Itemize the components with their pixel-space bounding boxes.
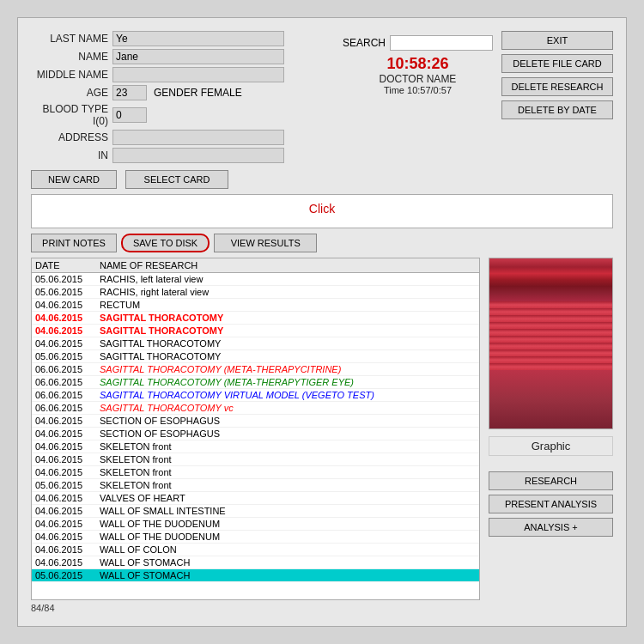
row-name: SECTION OF ESOPHAGUS (100, 416, 476, 426)
delete-research-button[interactable]: DELETE RESEARCH (501, 77, 613, 96)
table-row[interactable]: 04.06.2015WALL OF STOMACH (32, 556, 479, 569)
row-name: SKELETON front (100, 480, 476, 490)
table-row[interactable]: 04.06.2015SAGITTAL THORACOTOMY (32, 312, 479, 325)
row-name: RACHIS, left lateral view (100, 274, 476, 284)
row-date: 04.06.2015 (35, 338, 100, 349)
graphic-label: Graphic (489, 436, 613, 456)
search-input[interactable] (390, 35, 493, 51)
age-label: AGE (31, 87, 108, 99)
row-name: SAGITTAL THORACOTOMY (100, 313, 476, 323)
table-row[interactable]: 04.06.2015WALL OF THE DUODENUM (32, 518, 479, 531)
row-date: 05.06.2015 (35, 287, 100, 297)
right-buttons: EXIT DELETE FILE CARD DELETE RESEARCH DE… (501, 31, 613, 119)
main-container: LAST NAME NAME MIDDLE NAME AGE GENDER FE… (0, 0, 644, 644)
delete-file-card-button[interactable]: DELETE FILE CARD (501, 54, 613, 73)
row-name: WALL OF THE DUODENUM (100, 519, 476, 529)
table-row[interactable]: 04.06.2015SECTION OF ESOPHAGUS (32, 428, 479, 440)
middle-name-label: MIDDLE NAME (31, 69, 108, 81)
table-row[interactable]: 05.06.2015RACHIS, left lateral view (32, 273, 479, 286)
row-date: 06.06.2015 (35, 403, 100, 413)
card-buttons-row: NEW CARD SELECT CARD (31, 170, 613, 189)
table-row[interactable]: 05.06.2015WALL OF STOMACH (32, 569, 479, 582)
select-card-button[interactable]: SELECT CARD (125, 170, 228, 189)
row-date: 04.06.2015 (35, 467, 100, 477)
table-body: 05.06.2015RACHIS, left lateral view05.06… (32, 273, 479, 582)
row-date: 04.06.2015 (35, 300, 100, 310)
middle-name-input[interactable] (112, 67, 284, 82)
row-date: 04.06.2015 (35, 532, 100, 542)
research-button[interactable]: RESEARCH (489, 471, 613, 490)
row-date: 04.06.2015 (35, 519, 100, 529)
table-row[interactable]: 05.06.2015SAGITTAL THORACOTOMY (32, 350, 479, 363)
row-date: 05.06.2015 (35, 570, 100, 580)
table-row[interactable]: 04.06.2015SAGITTAL THORACOTOMY (32, 325, 479, 337)
table-row[interactable]: 04.06.2015RECTUM (32, 299, 479, 312)
delete-by-date-button[interactable]: DELETE BY DATE (501, 100, 613, 119)
name-input[interactable] (112, 49, 284, 64)
table-row[interactable]: 06.06.2015SAGITTAL THORACOTOMY (META-THE… (32, 376, 479, 389)
row-date: 05.06.2015 (35, 274, 100, 284)
table-row[interactable]: 06.06.2015SAGITTAL THORACOTOMY (META-THE… (32, 363, 479, 376)
analysis-plus-button[interactable]: ANALYSIS + (489, 518, 613, 537)
last-name-label: LAST NAME (31, 33, 108, 45)
row-name: WALL OF STOMACH (100, 570, 476, 580)
search-label: SEARCH (343, 37, 386, 49)
row-name: SKELETON front (100, 467, 476, 477)
table-row[interactable]: 04.06.2015WALL OF COLON (32, 544, 479, 556)
table-row[interactable]: 04.06.2015SKELETON front (32, 466, 479, 479)
row-name: VALVES OF HEART (100, 493, 476, 503)
right-panel: Graphic RESEARCH PRESENT ANALYSIS ANALYS… (489, 258, 613, 613)
table-row[interactable]: 04.06.2015WALL OF SMALL INTESTINE (32, 505, 479, 518)
present-analysis-button[interactable]: PRESENT ANALYSIS (489, 495, 613, 513)
table-row[interactable]: 04.06.2015SECTION OF ESOPHAGUS (32, 415, 479, 428)
age-input[interactable] (112, 85, 147, 100)
notes-area[interactable]: Click (31, 194, 613, 228)
row-date: 04.06.2015 (35, 544, 100, 555)
table-row[interactable]: 05.06.2015SKELETON front (32, 479, 479, 492)
graphic-image (489, 258, 613, 429)
col-name-header: NAME OF RESEARCH (100, 260, 476, 270)
table-row[interactable]: 04.06.2015VALVES OF HEART (32, 492, 479, 505)
content-area: LAST NAME NAME MIDDLE NAME AGE GENDER FE… (17, 17, 627, 627)
row-name: SAGITTAL THORACOTOMY (META-THERAPYTIGER … (100, 377, 476, 387)
exit-button[interactable]: EXIT (501, 31, 613, 50)
gender-label: GENDER FEMALE (154, 87, 242, 99)
table-header: DATE NAME OF RESEARCH (32, 258, 479, 273)
table-row[interactable]: 05.06.2015RACHIS, right lateral view (32, 286, 479, 299)
row-name: WALL OF COLON (100, 544, 476, 555)
tissue-bottom-layer (489, 370, 612, 429)
row-date: 04.06.2015 (35, 313, 100, 323)
save-to-disk-button[interactable]: SAVE TO DISK (121, 234, 210, 252)
search-area: SEARCH (343, 35, 493, 51)
address-input[interactable] (112, 130, 284, 145)
table-row[interactable]: 04.06.2015SKELETON front (32, 440, 479, 453)
table-row[interactable]: 06.06.2015SAGITTAL THORACOTOMY VIRTUAL M… (32, 389, 479, 402)
row-name: SAGITTAL THORACOTOMY vc (100, 403, 476, 413)
row-date: 04.06.2015 (35, 441, 100, 452)
new-card-button[interactable]: NEW CARD (31, 170, 117, 189)
view-results-button[interactable]: VIEW RESULTS (214, 234, 317, 252)
record-count: 84/84 (31, 603, 480, 613)
data-table[interactable]: DATE NAME OF RESEARCH 05.06.2015RACHIS, … (31, 258, 480, 600)
col-date-header: DATE (35, 260, 100, 270)
table-row[interactable]: 04.06.2015SAGITTAL THORACOTOMY (32, 337, 479, 350)
in-input[interactable] (112, 148, 284, 163)
tissue-mid-layer (489, 301, 612, 370)
tissue-top-layer (489, 258, 612, 301)
blood-type-label: BLOOD TYPE I(0) (31, 103, 108, 127)
name-label: NAME (31, 51, 108, 63)
row-date: 04.06.2015 (35, 325, 100, 336)
last-name-input[interactable] (112, 31, 284, 46)
print-notes-button[interactable]: PRINT NOTES (31, 234, 117, 252)
table-row[interactable]: 06.06.2015SAGITTAL THORACOTOMY vc (32, 402, 479, 415)
row-date: 05.06.2015 (35, 480, 100, 490)
table-row[interactable]: 04.06.2015SKELETON front (32, 453, 479, 466)
click-text: Click (34, 202, 610, 216)
doctor-name-label: DOCTOR NAME (380, 73, 457, 85)
table-row[interactable]: 04.06.2015WALL OF THE DUODENUM (32, 531, 479, 544)
middle-info: SEARCH 10:58:26 DOCTOR NAME Time 10:57/0… (343, 31, 493, 95)
row-date: 04.06.2015 (35, 428, 100, 439)
blood-type-input[interactable] (112, 107, 147, 123)
row-name: WALL OF STOMACH (100, 557, 476, 568)
blood-type-row (112, 107, 334, 123)
